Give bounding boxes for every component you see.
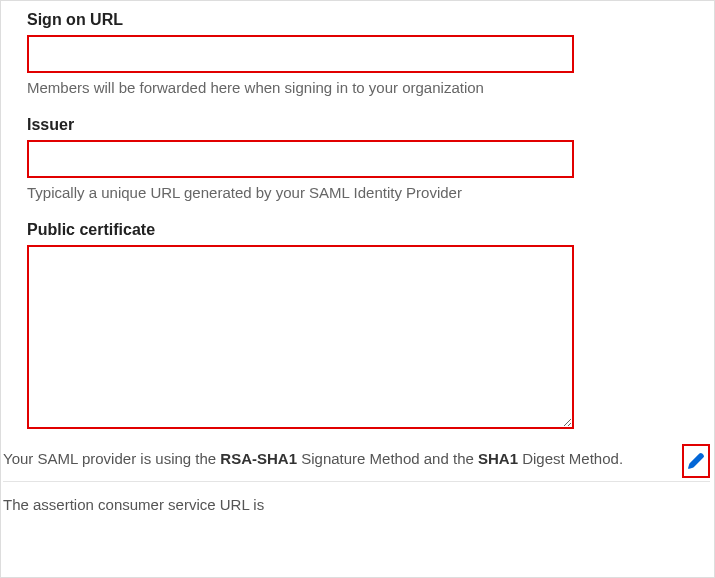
saml-info-suffix: Digest Method. [518,450,623,467]
issuer-label: Issuer [27,116,688,134]
issuer-help: Typically a unique URL generated by your… [27,184,688,201]
issuer-field-group: Issuer Typically a unique URL generated … [27,116,688,201]
digest-method-value: SHA1 [478,450,518,467]
sign-on-url-input[interactable] [27,35,574,73]
saml-method-info: Your SAML provider is using the RSA-SHA1… [3,438,710,481]
public-certificate-textarea[interactable] [27,245,574,429]
issuer-input[interactable] [27,140,574,178]
saml-info-prefix: Your SAML provider is using the [3,450,220,467]
pencil-icon [687,452,705,470]
assertion-consumer-url-info: The assertion consumer service URL is [3,482,688,513]
signature-method-value: RSA-SHA1 [220,450,297,467]
sign-on-url-field-group: Sign on URL Members will be forwarded he… [27,11,688,96]
public-certificate-field-group: Public certificate [27,221,688,432]
saml-info-mid: Signature Method and the [297,450,478,467]
public-certificate-label: Public certificate [27,221,688,239]
sign-on-url-label: Sign on URL [27,11,688,29]
edit-saml-method-button[interactable] [682,444,710,478]
sign-on-url-help: Members will be forwarded here when sign… [27,79,688,96]
saml-settings-panel: Sign on URL Members will be forwarded he… [0,0,715,578]
